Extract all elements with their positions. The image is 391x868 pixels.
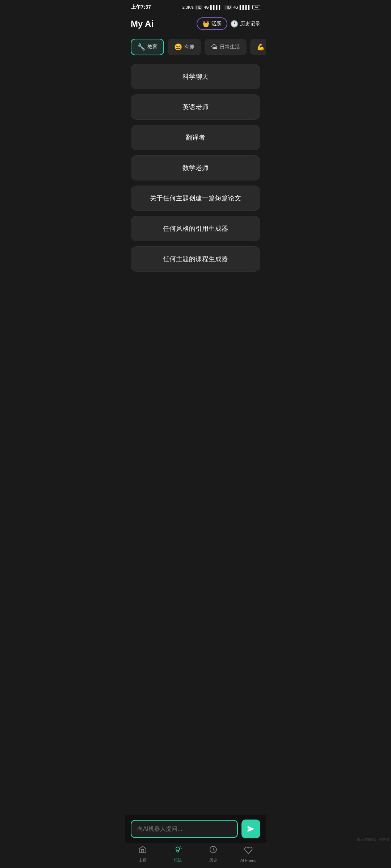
- hd-badge2: HD: [224, 5, 232, 10]
- nav-ideas[interactable]: 想法: [165, 845, 190, 863]
- home-label: 主页: [139, 858, 147, 863]
- history-button-label: 历史记录: [240, 21, 260, 27]
- header: My Ai 👑 活跃 🕐 历史记录: [125, 13, 266, 36]
- svg-line-2: [175, 847, 175, 847]
- heart-icon: [244, 846, 253, 857]
- status-time: 上午7:37: [131, 4, 151, 10]
- item-essay-writer[interactable]: 关于任何主题创建一篇短篇论文: [131, 186, 260, 211]
- active-button[interactable]: 👑 活跃: [197, 17, 227, 30]
- fun-label: 有趣: [184, 44, 194, 50]
- svg-point-0: [176, 847, 180, 851]
- hd-badge1: HD: [195, 5, 202, 10]
- signal-bars2: ▌▌▌▌: [240, 5, 251, 9]
- header-actions: 👑 活跃 🕐 历史记录: [197, 17, 260, 30]
- status-right: 2.3K/s HD 4G ▌▌▌▌ HD 4G ▌▌▌▌ 96: [182, 5, 260, 10]
- translator-label: 翻译者: [186, 134, 205, 141]
- history-icon: [209, 845, 218, 856]
- daily-label: 日常生活: [220, 44, 240, 50]
- content-list: 科学聊天 英语老师 翻译者 数学老师 关于任何主题创建一篇短篇论文 任何风格的引…: [125, 61, 266, 275]
- home-icon: [138, 845, 147, 856]
- essay-writer-label: 关于任何主题创建一篇短篇论文: [150, 195, 241, 202]
- bottom-nav: 主页 想法 历史: [125, 843, 266, 868]
- item-math-teacher[interactable]: 数学老师: [131, 155, 260, 180]
- tab-fun[interactable]: 😆 有趣: [168, 39, 201, 55]
- send-icon: [247, 825, 255, 833]
- item-science-chat[interactable]: 科学聊天: [131, 64, 260, 89]
- science-chat-label: 科学聊天: [182, 73, 209, 80]
- health-emoji: 💪: [257, 43, 265, 51]
- tab-health[interactable]: 💪 健康和营养: [250, 39, 266, 55]
- tab-education[interactable]: 🔧 教育: [131, 39, 164, 55]
- daily-emoji: 🌤: [211, 43, 218, 51]
- english-teacher-label: 英语老师: [182, 103, 209, 111]
- fun-emoji: 😆: [174, 43, 182, 51]
- battery-level: 96: [255, 6, 258, 9]
- input-area: [125, 815, 266, 843]
- svg-line-4: [181, 847, 181, 847]
- nav-history[interactable]: 历史: [201, 845, 226, 863]
- history-button[interactable]: 🕐 历史记录: [230, 20, 260, 28]
- math-teacher-label: 数学老师: [182, 164, 209, 171]
- ideas-label: 想法: [174, 858, 182, 863]
- ai-friend-label: AI Friend: [240, 858, 257, 863]
- network-speed: 2.3K/s: [182, 5, 194, 9]
- history-nav-label: 历史: [209, 858, 217, 863]
- 4g-badge2: 4G: [233, 5, 238, 9]
- crown-icon: 👑: [202, 20, 210, 27]
- quote-generator-label: 任何风格的引用生成器: [163, 225, 228, 232]
- item-english-teacher[interactable]: 英语老师: [131, 94, 260, 120]
- 4g-badge1: 4G: [204, 5, 209, 9]
- clock-icon: 🕐: [230, 20, 238, 28]
- status-bar: 上午7:37 2.3K/s HD 4G ▌▌▌▌ HD 4G ▌▌▌▌ 96: [125, 0, 266, 13]
- curriculum-generator-label: 任何主题的课程生成器: [163, 255, 228, 263]
- active-button-label: 活跃: [211, 21, 222, 27]
- item-curriculum-generator[interactable]: 任何主题的课程生成器: [131, 246, 260, 272]
- signal-bars1: ▌▌▌▌: [210, 5, 222, 9]
- nav-home[interactable]: 主页: [130, 845, 155, 863]
- app-title: My Ai: [131, 19, 154, 29]
- education-emoji: 🔧: [137, 43, 145, 51]
- nav-ai-friend[interactable]: AI Friend: [236, 846, 261, 863]
- battery-indicator: 96: [252, 5, 260, 9]
- tab-daily[interactable]: 🌤 日常生活: [205, 39, 247, 55]
- bulb-icon: [173, 845, 182, 856]
- item-quote-generator[interactable]: 任何风格的引用生成器: [131, 216, 260, 241]
- item-translator[interactable]: 翻译者: [131, 125, 260, 150]
- category-tabs: 🔧 教育 😆 有趣 🌤 日常生活 💪 健康和营养: [125, 36, 266, 61]
- chat-input[interactable]: [131, 820, 238, 838]
- send-button[interactable]: [241, 820, 260, 838]
- education-label: 教育: [147, 44, 157, 50]
